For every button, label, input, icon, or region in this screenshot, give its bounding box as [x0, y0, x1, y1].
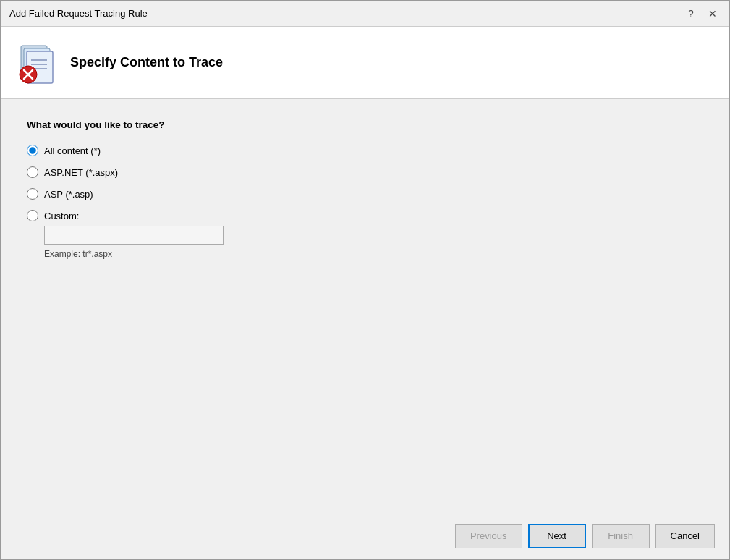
finish-button[interactable]: Finish: [592, 524, 650, 548]
radio-group: All content (*) ASP.NET (*.aspx) ASP (*.…: [27, 145, 703, 259]
radio-all-content[interactable]: [27, 145, 38, 156]
next-button[interactable]: Next: [528, 524, 586, 548]
page-title: Specify Content to Trace: [70, 55, 223, 70]
header-icon: [15, 41, 59, 85]
custom-pattern-input[interactable]: [44, 226, 224, 245]
example-text: Example: tr*.aspx: [44, 249, 703, 259]
label-asp: ASP (*.asp): [44, 189, 93, 200]
previous-button[interactable]: Previous: [455, 524, 522, 548]
tracing-icon: [15, 41, 59, 85]
option-all-content[interactable]: All content (*): [27, 145, 703, 156]
radio-asp[interactable]: [27, 188, 38, 200]
radio-aspnet[interactable]: [27, 166, 38, 178]
option-asp[interactable]: ASP (*.asp): [27, 188, 703, 200]
title-bar-controls: ? ✕: [683, 6, 721, 22]
custom-section: Custom: Example: tr*.aspx: [27, 210, 703, 259]
close-button[interactable]: ✕: [705, 6, 721, 22]
header-section: Specify Content to Trace: [1, 27, 729, 99]
radio-custom[interactable]: [27, 210, 38, 221]
option-custom[interactable]: Custom:: [27, 210, 703, 221]
window-title: Add Failed Request Tracing Rule: [9, 8, 148, 19]
label-custom: Custom:: [44, 211, 79, 221]
cancel-button[interactable]: Cancel: [655, 524, 715, 548]
section-question: What would you like to trace?: [27, 119, 703, 130]
label-all-content: All content (*): [44, 145, 101, 156]
label-aspnet: ASP.NET (*.aspx): [44, 167, 118, 178]
footer-section: Previous Next Finish Cancel: [1, 512, 729, 559]
title-bar: Add Failed Request Tracing Rule ? ✕: [1, 1, 729, 27]
help-button[interactable]: ?: [683, 6, 699, 22]
dialog-window: Add Failed Request Tracing Rule ? ✕: [0, 0, 730, 560]
option-aspnet[interactable]: ASP.NET (*.aspx): [27, 166, 703, 178]
content-area: What would you like to trace? All conten…: [1, 99, 729, 512]
